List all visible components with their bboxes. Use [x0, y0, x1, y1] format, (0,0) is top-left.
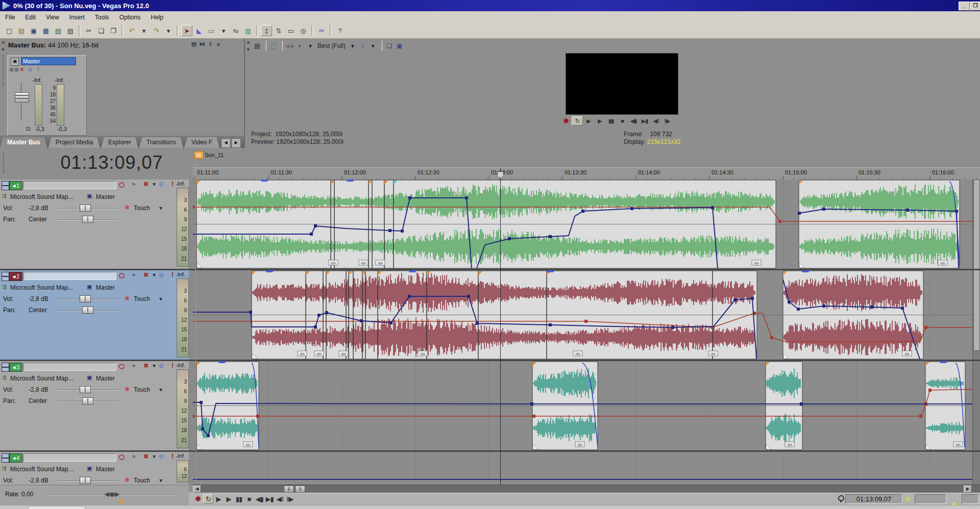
pane-grip[interactable] — [3, 55, 5, 86]
copy-button[interactable]: ❏ — [95, 25, 107, 36]
split-trim-tool-button[interactable]: ▥ — [242, 25, 254, 36]
preview-properties-icon[interactable]: ▤ — [252, 42, 262, 49]
pan-slider-handle[interactable] — [82, 397, 93, 404]
master-bus-button[interactable]: ▣ — [11, 58, 19, 66]
track-1-timeline[interactable]: o|oo|oo|oo|oo|o — [193, 180, 980, 269]
show-faders-icon[interactable]: ≡ — [214, 41, 223, 47]
selection-length-field[interactable] — [962, 494, 979, 504]
split-screen-dropdown[interactable]: ▾ — [305, 42, 315, 49]
input-device-icon[interactable]: ⇶ — [2, 466, 6, 471]
track-header-4[interactable]: ◀4≈✖▾⊘!-Inf.612⇶Microsoft Sound Map...▣M… — [0, 452, 193, 485]
minimize-track-button[interactable] — [2, 453, 9, 458]
slip-tool-button[interactable]: ⇆ — [230, 25, 241, 36]
volume-slider[interactable] — [57, 480, 118, 481]
redo-button[interactable]: ↷ — [151, 25, 162, 36]
mute-button[interactable]: ⊘ — [156, 181, 166, 188]
vertical-scrollbar[interactable] — [972, 180, 980, 485]
cut-button[interactable]: ✂ — [83, 25, 94, 36]
tab-scroll-left[interactable]: ◀ — [221, 138, 231, 148]
arm-record-button[interactable] — [116, 273, 127, 280]
automation-mode-label[interactable]: Touch — [134, 295, 150, 302]
pause-button[interactable]: ▮▮ — [234, 494, 244, 503]
input-device-label[interactable]: Microsoft Sound Map... — [10, 466, 73, 473]
pan-value[interactable]: Center — [29, 216, 47, 223]
pan-slider-handle[interactable] — [82, 307, 93, 314]
menu-tools[interactable]: Tools — [90, 12, 114, 22]
loop-playback-button[interactable]: ↻ — [203, 494, 213, 503]
tab-scroll-right[interactable]: ▶ — [231, 138, 241, 148]
ignore-event-grouping-button[interactable]: ◎ — [298, 25, 309, 36]
minimize-track-button[interactable] — [2, 272, 9, 276]
master-fader-handle[interactable] — [15, 92, 29, 103]
restore-track-button[interactable] — [2, 186, 9, 190]
master-name-field[interactable]: Master — [21, 57, 76, 65]
volume-value[interactable]: -2,8 dB — [29, 295, 48, 302]
next-frame-button[interactable]: ‖▶ — [662, 116, 673, 125]
zoom-thumb-handle-left[interactable]: ‖ — [284, 486, 294, 493]
zoom-thumb-handle-right[interactable]: ‖ — [295, 486, 305, 493]
automation-mode-dropdown[interactable]: ▾ — [159, 295, 162, 302]
save-snapshot-icon[interactable]: ▣ — [395, 42, 405, 49]
scroll-right-button[interactable]: ▶ — [964, 486, 972, 493]
restore-button[interactable]: ❐ — [970, 2, 980, 11]
automation-mode-label[interactable]: Touch — [134, 477, 150, 484]
close-pane-icon[interactable]: ✕ — [2, 41, 6, 45]
go-to-end-button[interactable]: ▶▮ — [264, 494, 275, 503]
new-project-button[interactable]: ▢ — [4, 25, 15, 36]
input-device-label[interactable]: Microsoft Sound Map... — [10, 375, 73, 382]
restore-track-button[interactable] — [2, 458, 9, 463]
overlays-grid-icon[interactable]: # — [358, 42, 368, 49]
pan-slider[interactable] — [57, 310, 118, 311]
split-screen-icon[interactable]: ◐ — [295, 42, 305, 49]
automation-mode-label[interactable]: Touch — [134, 205, 150, 212]
play-button[interactable]: ▶ — [594, 116, 605, 125]
enable-snapping-button[interactable]: ‡ — [261, 25, 272, 36]
timeline-time-display[interactable]: 01:13:09,07 — [0, 152, 193, 173]
bus-assign-button[interactable]: ▣ — [87, 193, 92, 199]
restore-track-button[interactable] — [2, 276, 9, 281]
automation-mode-dropdown[interactable]: ▾ — [159, 477, 162, 484]
lock-envelopes-button[interactable]: ▭ — [285, 25, 297, 36]
tab-explorer[interactable]: Explorer — [101, 137, 138, 148]
minimize-track-button[interactable] — [2, 181, 9, 186]
open-project-button[interactable]: ▤ — [16, 25, 27, 36]
volume-slider[interactable] — [57, 299, 118, 300]
input-device-label[interactable]: Microsoft Sound Map... — [10, 193, 73, 200]
normal-edit-tool-button[interactable]: ➤ — [181, 25, 192, 36]
fader-lock-icon[interactable]: ⊡ — [26, 126, 30, 132]
track-name-field[interactable] — [23, 453, 116, 462]
volume-value[interactable]: -2,8 dB — [29, 386, 48, 393]
minimize-track-button[interactable] — [2, 363, 9, 367]
automation-mode-dropdown[interactable]: ▾ — [159, 205, 162, 212]
track-2-timeline[interactable]: o|oo|oo|oo|oo|oo|oo|o — [193, 270, 980, 360]
minimize-button[interactable]: _ — [959, 2, 970, 11]
automation-mode-dropdown[interactable]: ▾ — [159, 386, 162, 393]
vertical-scrollbar-thumb[interactable] — [973, 180, 980, 351]
redo-dropdown-button[interactable]: ▾ — [163, 25, 174, 36]
previous-frame-button[interactable]: ◀‖ — [275, 494, 285, 503]
solo-icon[interactable]: ! — [34, 67, 42, 72]
track-envelope-icon[interactable]: ≈ — [129, 181, 139, 188]
record-button[interactable] — [560, 116, 572, 125]
record-button[interactable] — [193, 494, 203, 503]
undo-dropdown-button[interactable]: ▾ — [138, 25, 150, 36]
horizontal-scrollbar[interactable]: ◀ ‖ ‖ ▶ — [193, 485, 980, 493]
volume-slider[interactable] — [57, 208, 118, 209]
properties-icon[interactable]: ▤ — [190, 41, 198, 47]
menu-insert[interactable]: Insert — [64, 12, 90, 22]
input-device-icon[interactable]: ⇶ — [2, 284, 6, 290]
input-device-icon[interactable]: ⇶ — [2, 193, 6, 199]
time-ruler[interactable]: 01:11:0001:11:3001:12:0001:12:3001:13:00… — [193, 167, 980, 181]
mute-button[interactable]: ⊘ — [156, 362, 166, 369]
playback-cursor-line[interactable] — [500, 168, 501, 485]
pan-value[interactable]: Center — [29, 397, 47, 404]
stop-button[interactable]: ■ — [244, 494, 254, 503]
volume-value[interactable]: -2,8 dB — [29, 205, 48, 212]
tab-project-media[interactable]: Project Media — [48, 137, 100, 148]
project-properties-button[interactable]: ▦ — [40, 25, 52, 36]
volume-value[interactable]: -2.8 dB — [29, 477, 48, 484]
pin-pane-icon[interactable]: ◂ — [2, 47, 4, 52]
volume-slider-handle[interactable] — [80, 205, 91, 212]
bus-assign-button[interactable]: ▣ — [87, 465, 92, 472]
envelope-edit-tool-button[interactable]: ◣ — [193, 25, 205, 36]
